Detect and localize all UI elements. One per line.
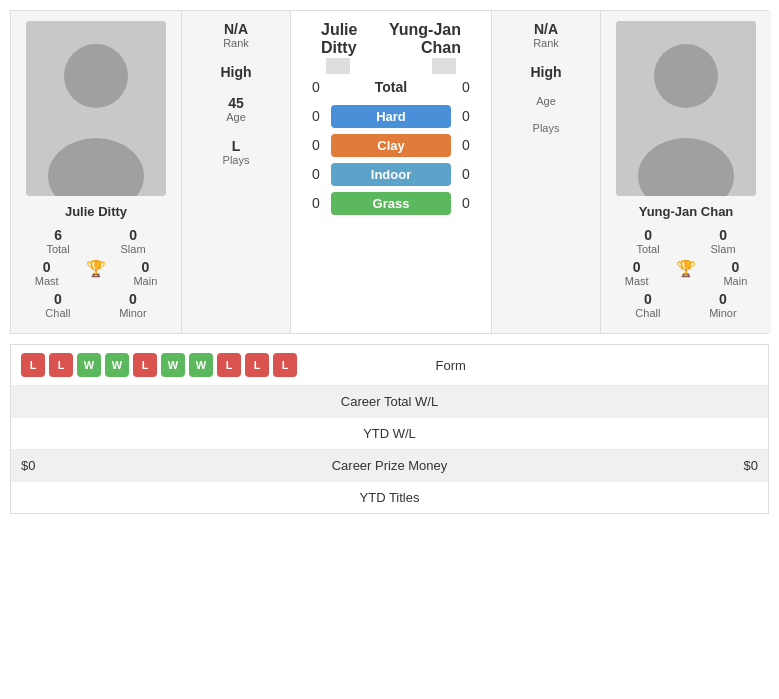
right-total-stat: 0 Total (636, 227, 659, 255)
right-stats-row2: 0 Mast 🏆 0 Main (611, 259, 761, 287)
right-player-avatar (616, 21, 756, 196)
center-section: Julie Ditty Yung-Jan Chan 0 Total 0 0 Ha… (291, 11, 491, 333)
left-player-name: Julie Ditty (65, 204, 127, 219)
left-chall-stat: 0 Chall (45, 291, 70, 319)
bottom-section: LLWWLWWLLL Form Career Total W/L YTD W/L… (10, 344, 769, 514)
form-badge-item: L (49, 353, 73, 377)
left-middle-stats: N/A Rank High 45 Age L Plays (181, 11, 291, 333)
right-age-block: Age (536, 95, 556, 107)
indoor-court-row: 0 Indoor 0 (301, 163, 481, 186)
right-chall-stat: 0 Chall (635, 291, 660, 319)
left-minor-stat: 0 Minor (119, 291, 147, 319)
left-total-stat: 6 Total (46, 227, 69, 255)
main-container: Julie Ditty 6 Total 0 Slam 0 Mast 🏆 (0, 0, 779, 524)
right-middle-stats: N/A Rank High Age Plays (491, 11, 601, 333)
left-high-block: High (220, 64, 251, 80)
center-names: Julie Ditty Yung-Jan Chan (301, 21, 481, 74)
ytd-titles-label: YTD Titles (205, 490, 574, 505)
total-row: 0 Total 0 (301, 79, 481, 95)
form-badge-item: L (133, 353, 157, 377)
left-age-block: 45 Age (226, 95, 246, 123)
left-stats-row2: 0 Mast 🏆 0 Main (21, 259, 171, 287)
hard-court-row: 0 Hard 0 (301, 105, 481, 128)
right-stats-row1: 0 Total 0 Slam (611, 227, 761, 255)
right-main-stat: 0 Main (723, 259, 747, 287)
left-country-flag (326, 58, 350, 74)
left-plays-block: L Plays (223, 138, 250, 166)
left-trophy-icon: 🏆 (86, 259, 106, 287)
form-badge-item: L (245, 353, 269, 377)
right-player-card: Yung-Jan Chan 0 Total 0 Slam 0 Mast 🏆 (601, 11, 771, 333)
form-badge-item: W (189, 353, 213, 377)
center-left-name: Julie Ditty (321, 21, 376, 74)
left-player-avatar (26, 21, 166, 196)
form-badge-item: L (273, 353, 297, 377)
right-stats-row3: 0 Chall 0 Minor (611, 291, 761, 319)
career-prize-label: Career Prize Money (205, 458, 574, 473)
form-badges: LLWWLWWLLL (21, 353, 297, 377)
form-badge-item: W (105, 353, 129, 377)
form-row: LLWWLWWLLL Form (11, 345, 768, 386)
form-badge-item: L (217, 353, 241, 377)
right-trophy-icon: 🏆 (676, 259, 696, 287)
right-mast-stat: 0 Mast (625, 259, 649, 287)
career-prize-row: $0 Career Prize Money $0 (11, 450, 768, 482)
grass-court-row: 0 Grass 0 (301, 192, 481, 215)
ytd-wl-label: YTD W/L (205, 426, 574, 441)
left-mast-stat: 0 Mast (35, 259, 59, 287)
career-prize-left: $0 (21, 458, 205, 473)
right-plays-block: Plays (533, 122, 560, 134)
center-right-name: Yung-Jan Chan (376, 21, 461, 74)
left-main-stat: 0 Main (133, 259, 157, 287)
right-minor-stat: 0 Minor (709, 291, 737, 319)
career-total-row: Career Total W/L (11, 386, 768, 418)
ytd-titles-row: YTD Titles (11, 482, 768, 513)
career-total-label: Career Total W/L (205, 394, 574, 409)
left-slam-stat: 0 Slam (121, 227, 146, 255)
left-rank-block: N/A Rank (223, 21, 249, 49)
career-prize-right: $0 (574, 458, 758, 473)
form-badge-item: W (77, 353, 101, 377)
left-stats-row1: 6 Total 0 Slam (21, 227, 171, 255)
clay-court-row: 0 Clay 0 (301, 134, 481, 157)
right-player-name: Yung-Jan Chan (639, 204, 734, 219)
svg-point-1 (64, 44, 128, 108)
form-badge-item: W (161, 353, 185, 377)
right-country-flag (432, 58, 456, 74)
right-high-block: High (530, 64, 561, 80)
form-badge-item: L (21, 353, 45, 377)
svg-point-4 (654, 44, 718, 108)
form-label: Form (297, 358, 604, 373)
left-player-card: Julie Ditty 6 Total 0 Slam 0 Mast 🏆 (11, 11, 181, 333)
player-section: Julie Ditty 6 Total 0 Slam 0 Mast 🏆 (10, 10, 769, 334)
ytd-wl-row: YTD W/L (11, 418, 768, 450)
right-slam-stat: 0 Slam (711, 227, 736, 255)
left-stats-row3: 0 Chall 0 Minor (21, 291, 171, 319)
right-rank-block: N/A Rank (533, 21, 559, 49)
